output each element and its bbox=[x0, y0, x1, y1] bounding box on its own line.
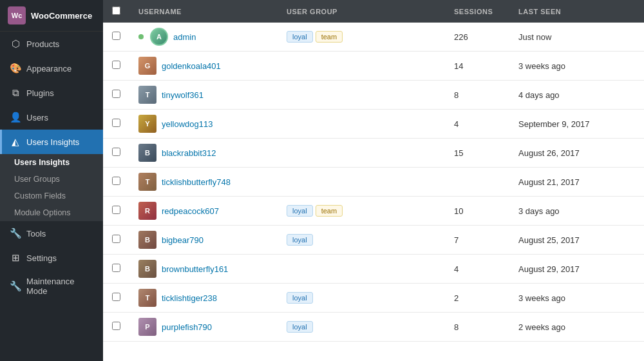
avatar: B bbox=[138, 144, 156, 162]
row-checkbox[interactable] bbox=[112, 32, 120, 40]
username-text[interactable]: admin bbox=[173, 32, 196, 42]
username-text[interactable]: goldenkoala401 bbox=[162, 61, 221, 71]
sessions-value: 8 bbox=[445, 313, 509, 342]
username-text[interactable]: tinywolf361 bbox=[162, 90, 204, 100]
table-row: Bbigbear790loyal7August 25, 2017 bbox=[103, 226, 644, 255]
username-text[interactable]: purplefish790 bbox=[162, 322, 212, 332]
user-group-tag[interactable]: loyal bbox=[287, 234, 313, 246]
header-lastseen[interactable]: LAST SEEN bbox=[509, 0, 644, 23]
last-seen-value: 3 days ago bbox=[509, 197, 644, 226]
header-usergroup[interactable]: USER GROUP bbox=[278, 0, 445, 23]
username-text[interactable]: blackrabbit312 bbox=[162, 148, 216, 158]
online-indicator bbox=[138, 34, 144, 39]
maintenance-icon: 🔧 bbox=[10, 280, 21, 292]
last-seen-value: 4 days ago bbox=[509, 81, 644, 110]
row-checkbox[interactable] bbox=[112, 206, 120, 214]
user-group-tag[interactable]: loyal bbox=[287, 205, 313, 217]
user-group-tag[interactable]: loyal bbox=[287, 292, 313, 304]
table-row: Rredpeacock607loyalteam103 days ago bbox=[103, 197, 644, 226]
sidebar-item-products[interactable]: ⬡ Products bbox=[0, 32, 103, 56]
submenu-item-module-options[interactable]: Module Options bbox=[0, 204, 103, 221]
sidebar-logo-label: WooCommerce bbox=[31, 11, 92, 21]
username-text[interactable]: ticklishtiger238 bbox=[162, 293, 217, 303]
table-row: Tticklishbutterfly748August 21, 2017 bbox=[103, 168, 644, 197]
sidebar-item-label: Users bbox=[26, 113, 48, 122]
sessions-value: 14 bbox=[445, 52, 509, 81]
sidebar-item-label: Settings bbox=[26, 253, 57, 263]
table-row: Ggoldenkoala401143 weeks ago bbox=[103, 52, 644, 81]
row-checkbox[interactable] bbox=[112, 177, 120, 185]
sidebar-item-maintenance[interactable]: 🔧 Maintenance Mode bbox=[0, 270, 103, 302]
row-checkbox[interactable] bbox=[112, 322, 120, 330]
plugins-icon: ⧉ bbox=[10, 87, 21, 99]
sidebar-item-users[interactable]: 👤 Users bbox=[0, 105, 103, 130]
table-row: Tticklishtiger238loyal23 weeks ago bbox=[103, 284, 644, 313]
last-seen-value: 3 weeks ago bbox=[509, 284, 644, 313]
user-group-tag[interactable]: team bbox=[316, 205, 343, 217]
last-seen-value: 2 weeks ago bbox=[509, 313, 644, 342]
avatar: T bbox=[138, 173, 156, 191]
sidebar-item-tools[interactable]: 🔧 Tools bbox=[0, 221, 103, 246]
submenu-item-users-insights[interactable]: Users Insights bbox=[0, 154, 103, 171]
sessions-value: 4 bbox=[445, 110, 509, 139]
users-table: USERNAME USER GROUP SESSIONS LAST SEEN A… bbox=[103, 0, 644, 342]
username-text[interactable]: bigbear790 bbox=[162, 235, 204, 245]
sidebar-item-label: Plugins bbox=[26, 88, 54, 98]
submenu-item-custom-fields[interactable]: Custom Fields bbox=[0, 188, 103, 204]
table-row: Aadminloyalteam226Just now bbox=[103, 23, 644, 52]
sessions-value: 15 bbox=[445, 139, 509, 168]
sidebar-item-plugins[interactable]: ⧉ Plugins bbox=[0, 81, 103, 105]
sidebar-item-settings[interactable]: ⊞ Settings bbox=[0, 246, 103, 270]
row-checkbox[interactable] bbox=[112, 61, 120, 69]
username-text[interactable]: yellowdog113 bbox=[162, 119, 213, 129]
user-group-tag[interactable]: team bbox=[316, 31, 343, 43]
row-checkbox[interactable] bbox=[112, 148, 120, 156]
sidebar-item-label: Tools bbox=[26, 229, 46, 239]
header-checkbox[interactable] bbox=[103, 0, 129, 23]
username-text[interactable]: brownbutterfly161 bbox=[162, 264, 228, 274]
username-text[interactable]: redpeacock607 bbox=[162, 206, 219, 216]
last-seen-value: August 26, 2017 bbox=[509, 139, 644, 168]
user-group-tag[interactable]: loyal bbox=[287, 31, 313, 43]
avatar: B bbox=[138, 260, 156, 278]
sidebar-item-users-insights[interactable]: ◭ Users Insights bbox=[0, 130, 103, 154]
row-checkbox[interactable] bbox=[112, 264, 120, 272]
last-seen-value: August 21, 2017 bbox=[509, 168, 644, 197]
users-table-container: USERNAME USER GROUP SESSIONS LAST SEEN A… bbox=[103, 0, 644, 361]
last-seen-value: Just now bbox=[509, 23, 644, 52]
last-seen-value: August 25, 2017 bbox=[509, 226, 644, 255]
sessions-value: 226 bbox=[445, 23, 509, 52]
select-all-checkbox[interactable] bbox=[112, 6, 120, 15]
username-text[interactable]: ticklishbutterfly748 bbox=[162, 177, 231, 187]
sidebar: Wc WooCommerce ⬡ Products 🎨 Appearance ⧉… bbox=[0, 0, 103, 361]
user-group-tag[interactable]: loyal bbox=[287, 321, 313, 333]
avatar: P bbox=[138, 318, 156, 336]
sidebar-logo[interactable]: Wc WooCommerce bbox=[0, 0, 103, 32]
sidebar-submenu: Users Insights User Groups Custom Fields… bbox=[0, 154, 103, 221]
sidebar-item-appearance[interactable]: 🎨 Appearance bbox=[0, 56, 103, 81]
last-seen-value: 3 weeks ago bbox=[509, 52, 644, 81]
sessions-value: 10 bbox=[445, 197, 509, 226]
last-seen-value: August 29, 2017 bbox=[509, 255, 644, 284]
sidebar-item-label: Products bbox=[26, 39, 59, 49]
header-username[interactable]: USERNAME bbox=[129, 0, 278, 23]
row-checkbox[interactable] bbox=[112, 235, 120, 243]
avatar: T bbox=[138, 86, 156, 104]
sidebar-item-label: Appearance bbox=[26, 64, 71, 73]
settings-icon: ⊞ bbox=[10, 252, 21, 264]
row-checkbox[interactable] bbox=[112, 90, 120, 98]
table-row: Bblackrabbit31215August 26, 2017 bbox=[103, 139, 644, 168]
row-checkbox[interactable] bbox=[112, 119, 120, 127]
table-body: Aadminloyalteam226Just nowGgoldenkoala40… bbox=[103, 23, 644, 342]
sessions-value: 2 bbox=[445, 284, 509, 313]
row-checkbox[interactable] bbox=[112, 293, 120, 301]
header-sessions[interactable]: SESSIONS bbox=[445, 0, 509, 23]
submenu-item-user-groups[interactable]: User Groups bbox=[0, 171, 103, 188]
avatar: R bbox=[138, 202, 156, 220]
products-icon: ⬡ bbox=[10, 38, 21, 50]
tools-icon: 🔧 bbox=[10, 228, 21, 239]
sessions-value: 4 bbox=[445, 255, 509, 284]
table-row: Ppurplefish790loyal82 weeks ago bbox=[103, 313, 644, 342]
avatar: Y bbox=[138, 115, 156, 133]
table-row: Bbrownbutterfly1614August 29, 2017 bbox=[103, 255, 644, 284]
